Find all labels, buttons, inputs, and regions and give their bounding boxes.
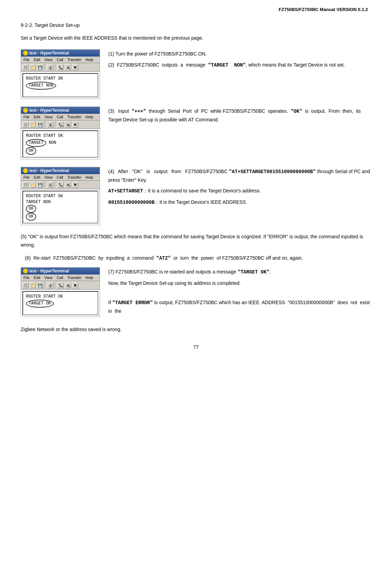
menu-view-1[interactable]: View bbox=[43, 57, 54, 62]
terminal-content-1: ROUTER START OK TARGET NON bbox=[22, 73, 98, 97]
toolbar-save-1[interactable]: 💾 bbox=[37, 64, 43, 70]
menu-help-3[interactable]: Help bbox=[84, 175, 94, 180]
terminal-line-3-1: TARGET NON bbox=[26, 199, 95, 205]
open-icon-2: 📂 bbox=[31, 123, 35, 127]
print-icon-2: 🖨 bbox=[49, 123, 52, 127]
open-icon-3: 📂 bbox=[31, 183, 35, 187]
toolbar-disc-4[interactable]: ✖ bbox=[72, 282, 78, 288]
toolbar-open-1[interactable]: 📂 bbox=[30, 64, 36, 70]
toolbar-sep-2b bbox=[55, 121, 56, 128]
menu-transfer-2[interactable]: Transfer bbox=[66, 114, 82, 119]
target-non-oval: TARGET NON bbox=[26, 82, 56, 90]
toolbar-save-3[interactable]: 💾 bbox=[37, 182, 43, 188]
menu-transfer-3[interactable]: Transfer bbox=[66, 175, 82, 180]
description-2: (3) Input "+++" through Serial Port of P… bbox=[108, 107, 371, 127]
toolbar-conn-3[interactable]: 🔌 bbox=[65, 182, 71, 188]
menu-file-3[interactable]: File bbox=[22, 175, 31, 180]
new-icon-3: ☐ bbox=[24, 183, 27, 187]
menu-transfer-4[interactable]: Transfer bbox=[66, 275, 82, 280]
toolbar-new-1[interactable]: ☐ bbox=[22, 64, 29, 70]
ieee-addr-label: 001551000000000B bbox=[108, 200, 154, 205]
target-non-quote: "TARGET NON" bbox=[208, 62, 245, 68]
toolbar-conn-4[interactable]: 🔌 bbox=[65, 282, 71, 288]
description-4: (7) FZ750BS/FZ750BC is re-started and ou… bbox=[108, 267, 371, 318]
step-2-1: (3) Input "+++" through Serial Port of P… bbox=[108, 107, 371, 124]
terminal-box-2: test - HyperTerminal File Edit View Call… bbox=[21, 107, 100, 159]
menu-view-2[interactable]: View bbox=[43, 114, 54, 119]
menu-edit-1[interactable]: Edit bbox=[33, 57, 41, 62]
toolbar-disc-3[interactable]: ✖ bbox=[72, 182, 78, 188]
phone-icon-2: 📞 bbox=[59, 123, 63, 127]
menu-call-1[interactable]: Call bbox=[56, 57, 64, 62]
save-icon-2: 💾 bbox=[38, 123, 42, 127]
toolbar-phone-4[interactable]: 📞 bbox=[58, 282, 64, 288]
menu-view-3[interactable]: View bbox=[43, 175, 54, 180]
body-text-6: (6) Re-start FZ750BS/FZ750BC by inputtin… bbox=[21, 254, 371, 263]
menu-file-4[interactable]: File bbox=[22, 275, 31, 280]
phone-icon: 📞 bbox=[59, 66, 63, 69]
new-icon: ☐ bbox=[24, 66, 27, 69]
menu-edit-3[interactable]: Edit bbox=[33, 175, 41, 180]
terminal-toolbar-1: ☐ 📂 💾 🖨 📞 🔌 ✖ bbox=[21, 63, 100, 72]
terminal-line-2-2: OK bbox=[26, 147, 95, 155]
block-4: test - HyperTerminal File Edit View Call… bbox=[21, 267, 371, 318]
terminal-titlebar-1: test - HyperTerminal bbox=[21, 50, 100, 57]
toolbar-disc-2[interactable]: ✖ bbox=[72, 121, 78, 128]
menu-help-2[interactable]: Help bbox=[84, 114, 94, 119]
menu-edit-2[interactable]: Edit bbox=[33, 114, 41, 119]
target-ok-oval: TARGET OK bbox=[26, 300, 54, 308]
menu-edit-4[interactable]: Edit bbox=[33, 275, 41, 280]
terminal-logo-4 bbox=[23, 269, 28, 273]
body-p6: (6) Re-start FZ750BS/FZ750BC by inputtin… bbox=[21, 254, 371, 263]
menu-view-4[interactable]: View bbox=[43, 275, 54, 280]
menu-call-4[interactable]: Call bbox=[56, 275, 64, 280]
terminal-menubar-2: File Edit View Call Transfer Help bbox=[21, 114, 100, 120]
body-p5: (5) "OK" is output from FZ750BS/FZ750BC … bbox=[21, 233, 371, 249]
print-icon-4: 🖨 bbox=[49, 283, 52, 287]
toolbar-phone-1[interactable]: 📞 bbox=[58, 64, 64, 70]
toolbar-open-3[interactable]: 📂 bbox=[30, 182, 36, 188]
toolbar-sep-4b bbox=[55, 282, 56, 288]
step-7-note2: If "TARGET ERROR" is output, FZ750BS/FZ7… bbox=[108, 299, 371, 316]
terminal-box-1: test - HyperTerminal File Edit View Call… bbox=[21, 49, 100, 99]
block-1: test - HyperTerminal File Edit View Call… bbox=[21, 49, 371, 99]
menu-call-2[interactable]: Call bbox=[56, 114, 64, 119]
toolbar-print-3[interactable]: 🖨 bbox=[47, 182, 53, 188]
toolbar-save-2[interactable]: 💾 bbox=[37, 121, 43, 128]
new-icon-4: ☐ bbox=[24, 283, 27, 287]
toolbar-sep-4a bbox=[45, 282, 46, 288]
toolbar-phone-3[interactable]: 📞 bbox=[58, 182, 64, 188]
toolbar-print-1[interactable]: 🖨 bbox=[47, 64, 53, 70]
toolbar-open-2[interactable]: 📂 bbox=[30, 121, 36, 128]
terminal-line-3-3: OK bbox=[26, 213, 95, 221]
menu-file-1[interactable]: File bbox=[22, 57, 31, 62]
toolbar-conn-2[interactable]: 🔌 bbox=[65, 121, 71, 128]
page-number: 77 bbox=[21, 344, 371, 350]
toolbar-print-4[interactable]: 🖨 bbox=[47, 282, 53, 288]
atz-quote: "ATZ" bbox=[156, 256, 171, 261]
menu-call-3[interactable]: Call bbox=[56, 175, 64, 180]
target-non-oval-2: TARGET bbox=[26, 139, 46, 147]
toolbar-phone-2[interactable]: 📞 bbox=[58, 121, 64, 128]
menu-help-4[interactable]: Help bbox=[84, 275, 94, 280]
toolbar-new-2[interactable]: ☐ bbox=[22, 121, 29, 128]
terminal-title-3: test - HyperTerminal bbox=[29, 168, 69, 173]
terminal-toolbar-2: ☐ 📂 💾 🖨 📞 🔌 ✖ bbox=[21, 120, 100, 129]
terminal-line-3-0: ROUTER START OK bbox=[26, 193, 95, 199]
step-7: (7) FZ750BS/FZ750BC is re-started and ou… bbox=[108, 268, 371, 277]
menu-file-2[interactable]: File bbox=[22, 114, 31, 119]
intro-text: Set a Target Device with the IEEE ADDRES… bbox=[21, 34, 371, 42]
terminal-line-2-0: ROUTER START OK bbox=[26, 133, 95, 139]
toolbar-print-2[interactable]: 🖨 bbox=[47, 121, 53, 128]
plus-quote: "+++" bbox=[132, 109, 146, 114]
menu-transfer-1[interactable]: Transfer bbox=[66, 57, 82, 62]
toolbar-new-3[interactable]: ☐ bbox=[22, 182, 29, 188]
terminal-menubar-1: File Edit View Call Transfer Help bbox=[21, 57, 100, 63]
toolbar-conn-1[interactable]: 🔌 bbox=[65, 64, 71, 70]
menu-help-1[interactable]: Help bbox=[84, 57, 94, 62]
toolbar-disc-1[interactable]: ✖ bbox=[72, 64, 78, 70]
toolbar-save-4[interactable]: 💾 bbox=[37, 282, 43, 288]
footer-body-text: Zigbee Network or the address saved is w… bbox=[21, 326, 371, 334]
toolbar-open-4[interactable]: 📂 bbox=[30, 282, 36, 288]
toolbar-new-4[interactable]: ☐ bbox=[22, 282, 29, 288]
